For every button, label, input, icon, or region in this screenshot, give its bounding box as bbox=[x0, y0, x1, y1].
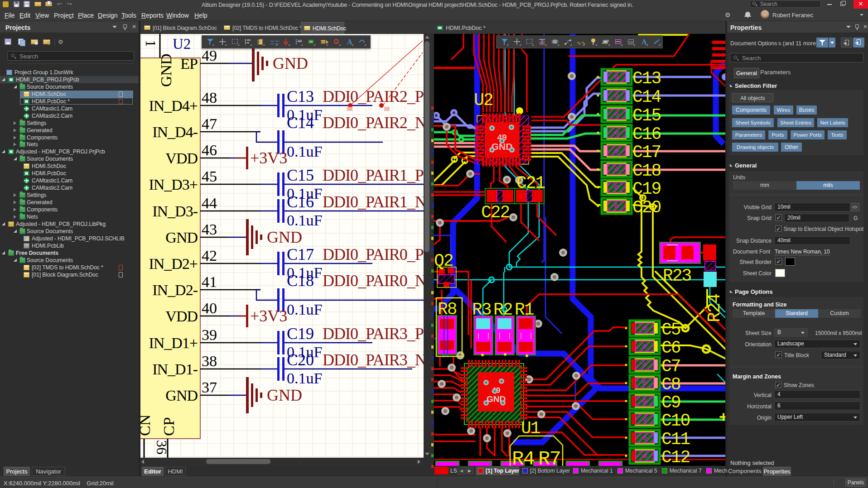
svg-text:U2: U2 bbox=[173, 36, 191, 52]
svg-text:C22: C22 bbox=[481, 203, 510, 222]
svg-text:DDI0_PAIR1_N: DDI0_PAIR1_N bbox=[323, 193, 424, 211]
svg-text:C21: C21 bbox=[516, 173, 545, 193]
svg-text:C20: C20 bbox=[632, 198, 661, 217]
svg-text:C7: C7 bbox=[661, 357, 680, 376]
svg-text:IN_D4+: IN_D4+ bbox=[149, 97, 198, 114]
svg-text:C14: C14 bbox=[632, 87, 661, 107]
svg-text:IN_D1+: IN_D1+ bbox=[149, 335, 198, 351]
svg-text:C18: C18 bbox=[287, 272, 314, 290]
svg-text:R1: R1 bbox=[515, 300, 534, 320]
svg-text:0.1uF: 0.1uF bbox=[287, 301, 322, 318]
svg-text:C18: C18 bbox=[632, 161, 661, 181]
svg-text:41: 41 bbox=[202, 273, 217, 290]
svg-text:DDI0_PAIR3_P: DDI0_PAIR3_P bbox=[323, 325, 424, 343]
svg-text:R3: R3 bbox=[472, 300, 491, 320]
svg-text:U2: U2 bbox=[474, 91, 493, 110]
svg-text:IN_D2+: IN_D2+ bbox=[149, 255, 198, 272]
svg-text:DDI0_PAIR0_P: DDI0_PAIR0_P bbox=[323, 245, 424, 263]
svg-text:GND: GND bbox=[165, 387, 198, 404]
svg-text:CN: CN bbox=[140, 415, 153, 436]
svg-text:38: 38 bbox=[202, 353, 217, 369]
svg-text:47: 47 bbox=[202, 115, 217, 132]
svg-text:IN_D4-: IN_D4- bbox=[152, 124, 198, 140]
svg-text:C19: C19 bbox=[632, 179, 661, 199]
svg-text:IN_D3-: IN_D3- bbox=[152, 203, 198, 220]
svg-text:VDD: VDD bbox=[165, 308, 198, 325]
svg-text:R7: R7 bbox=[538, 448, 560, 466]
svg-text:DDI0_PAIR1_P: DDI0_PAIR1_P bbox=[323, 166, 424, 184]
svg-text:40: 40 bbox=[202, 300, 217, 316]
svg-text:C14: C14 bbox=[287, 114, 314, 132]
svg-text:R23: R23 bbox=[663, 266, 691, 286]
svg-text:C15: C15 bbox=[632, 106, 661, 125]
svg-text:C13: C13 bbox=[632, 69, 661, 88]
svg-text:Q2: Q2 bbox=[434, 251, 453, 271]
svg-text:C8: C8 bbox=[661, 375, 680, 394]
svg-text:C6: C6 bbox=[661, 338, 680, 358]
svg-text:C5: C5 bbox=[661, 320, 680, 340]
svg-text:1: 1 bbox=[143, 40, 159, 47]
svg-text:GND: GND bbox=[273, 54, 308, 72]
svg-text:GND: GND bbox=[165, 229, 198, 246]
svg-text:C16: C16 bbox=[287, 193, 314, 211]
svg-text:42: 42 bbox=[202, 247, 217, 264]
svg-text:U1: U1 bbox=[521, 419, 540, 438]
svg-text:R4: R4 bbox=[512, 448, 534, 466]
svg-text:49: 49 bbox=[202, 47, 217, 64]
svg-text:CP: CP bbox=[160, 417, 177, 436]
svg-text:36: 36 bbox=[154, 440, 170, 455]
svg-text:+3V3: +3V3 bbox=[250, 307, 287, 325]
svg-text:0.1uF: 0.1uF bbox=[287, 143, 322, 160]
svg-text:GND: GND bbox=[267, 228, 302, 246]
svg-text:C10: C10 bbox=[661, 411, 690, 431]
svg-text:0.1uF: 0.1uF bbox=[287, 212, 322, 229]
svg-text:C13: C13 bbox=[287, 87, 314, 105]
svg-text:39: 39 bbox=[202, 326, 217, 343]
svg-text:C17: C17 bbox=[632, 143, 661, 162]
svg-text:IN_D2-: IN_D2- bbox=[152, 282, 198, 298]
svg-text:IN_D1-: IN_D1- bbox=[152, 361, 198, 378]
svg-text:DDI0_PAIR0_N: DDI0_PAIR0_N bbox=[323, 272, 424, 290]
svg-text:VDD: VDD bbox=[165, 150, 198, 167]
svg-text:46: 46 bbox=[202, 142, 217, 158]
svg-text:44: 44 bbox=[202, 195, 217, 211]
svg-text:DDI0_PAIR2_P: DDI0_PAIR2_P bbox=[323, 87, 424, 105]
svg-text:DDI0_PAIR2_N: DDI0_PAIR2_N bbox=[323, 114, 424, 132]
svg-text:+3V3: +3V3 bbox=[250, 149, 287, 167]
svg-text:R24: R24 bbox=[705, 294, 724, 322]
svg-text:C12: C12 bbox=[661, 448, 690, 466]
svg-text:45: 45 bbox=[202, 168, 217, 185]
svg-text:0.1uF: 0.1uF bbox=[287, 370, 322, 387]
svg-text:R2: R2 bbox=[493, 300, 512, 320]
svg-text:R8: R8 bbox=[438, 300, 457, 319]
svg-text:C17: C17 bbox=[287, 245, 314, 263]
svg-text:DDI0_PAIR3_N: DDI0_PAIR3_N bbox=[323, 351, 424, 369]
svg-text:GND: GND bbox=[158, 53, 174, 87]
svg-text:C20: C20 bbox=[287, 351, 314, 369]
svg-text:37: 37 bbox=[202, 379, 217, 396]
svg-text:48: 48 bbox=[202, 89, 217, 106]
svg-text:43: 43 bbox=[202, 221, 217, 238]
svg-text:C9: C9 bbox=[661, 393, 680, 412]
svg-text:IN_D3+: IN_D3+ bbox=[149, 176, 198, 193]
svg-text:C15: C15 bbox=[287, 166, 314, 184]
svg-text:GND: GND bbox=[267, 386, 302, 404]
svg-text:EP: EP bbox=[180, 55, 198, 72]
svg-text:C11: C11 bbox=[661, 430, 690, 449]
svg-text:C19: C19 bbox=[287, 325, 314, 343]
svg-text:C16: C16 bbox=[632, 124, 661, 144]
